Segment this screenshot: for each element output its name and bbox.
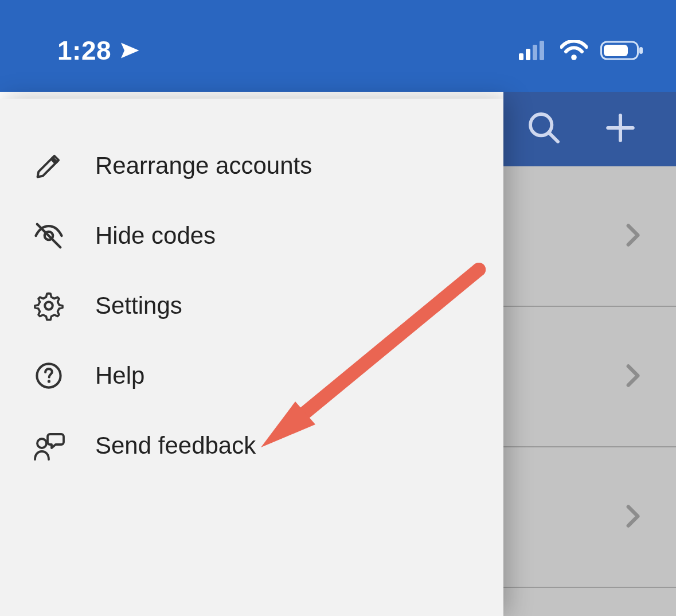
svg-rect-7 xyxy=(639,47,643,54)
svg-rect-3 xyxy=(540,41,544,60)
status-time: 1:28 xyxy=(57,35,111,66)
gear-icon xyxy=(32,289,65,322)
menu-item-label: Hide codes xyxy=(95,222,216,249)
feedback-icon xyxy=(32,429,65,462)
add-icon[interactable] xyxy=(604,111,637,147)
help-circle-icon xyxy=(32,359,65,392)
menu-item-label: Rearrange accounts xyxy=(95,152,312,180)
svg-point-16 xyxy=(48,380,50,383)
svg-line-9 xyxy=(549,133,558,142)
battery-icon xyxy=(600,40,644,61)
pencil-icon xyxy=(32,149,65,182)
svg-rect-6 xyxy=(604,45,628,56)
search-icon[interactable] xyxy=(526,110,562,149)
list-item[interactable] xyxy=(503,447,676,588)
list-item[interactable] xyxy=(503,307,676,447)
main-header xyxy=(503,92,676,166)
status-right xyxy=(519,40,644,61)
chevron-right-icon xyxy=(624,223,643,250)
menu-item-send-feedback[interactable]: Send feedback xyxy=(0,411,503,481)
svg-rect-1 xyxy=(526,49,530,60)
list-item[interactable] xyxy=(503,166,676,307)
list-item[interactable] xyxy=(503,588,676,616)
chevron-right-icon xyxy=(624,504,643,531)
wifi-icon xyxy=(560,40,588,61)
location-icon xyxy=(119,40,140,61)
status-left: 1:28 xyxy=(57,35,140,66)
menu-item-label: Settings xyxy=(95,292,182,319)
side-menu: Rearrange accounts Hide codes Settings xyxy=(0,99,503,616)
menu-item-rearrange-accounts[interactable]: Rearrange accounts xyxy=(0,131,503,201)
svg-rect-2 xyxy=(533,45,537,60)
svg-point-4 xyxy=(571,54,577,60)
svg-rect-0 xyxy=(519,53,523,60)
svg-point-17 xyxy=(37,439,46,448)
account-list xyxy=(503,166,676,616)
menu-item-label: Help xyxy=(95,362,144,389)
menu-item-settings[interactable]: Settings xyxy=(0,271,503,341)
menu-item-hide-codes[interactable]: Hide codes xyxy=(0,201,503,271)
cellular-signal-icon xyxy=(519,41,548,60)
status-bar: 1:28 xyxy=(0,0,676,92)
eye-off-icon xyxy=(32,219,65,252)
menu-item-help[interactable]: Help xyxy=(0,341,503,411)
chevron-right-icon xyxy=(624,363,643,391)
menu-item-label: Send feedback xyxy=(95,432,256,459)
svg-point-14 xyxy=(45,302,53,310)
status-bar-content: 1:28 xyxy=(0,28,676,73)
